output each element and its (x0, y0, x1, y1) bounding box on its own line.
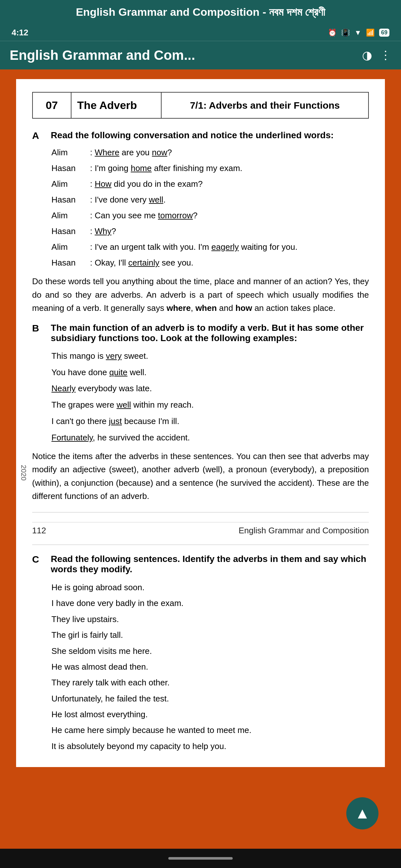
speaker-hasan-2: Hasan (52, 193, 90, 206)
fab-scroll-up[interactable]: ▲ (346, 797, 378, 830)
list-item: They rarely talk with each other. (52, 675, 369, 690)
list-item: I have done very badly in the exam. (52, 595, 369, 611)
page-number: 112 (32, 526, 46, 535)
list-item: The girl is fairly tall. (52, 627, 369, 643)
section-c-instruction: Read the following sentences. Identify t… (51, 554, 369, 575)
section-c-list: He is going abroad soon. I have done ver… (52, 580, 369, 754)
chapter-header-table: 07 The Adverb 7/1: Adverbs and their Fun… (32, 92, 369, 119)
footer-book-name: English Grammar and Composition (239, 526, 369, 535)
signal-icon: 📶 (366, 29, 375, 37)
dialogue-hasan-3: : Why? (90, 225, 369, 238)
dialogue-hasan-1: : I'm going home after finishing my exam… (90, 162, 369, 175)
speaker-alim-3: Alim (52, 209, 90, 222)
year-watermark: 2020 (19, 465, 28, 480)
dialogue-alim-1: : Where are you now? (90, 146, 369, 159)
dialogue-alim-4: : I've an urgent talk with you. I'm eage… (90, 241, 369, 253)
dialogue-hasan-2: : I've done very well. (90, 193, 369, 206)
list-item: It is absolutely beyond my capacity to h… (52, 739, 369, 754)
list-item: He came here simply because he wanted to… (52, 722, 369, 738)
section-a-instruction: Read the following conversation and noti… (51, 130, 334, 141)
speaker-hasan-3: Hasan (52, 225, 90, 238)
list-item: He lost almost everything. (52, 707, 369, 722)
example-line: You have done quite well. (52, 365, 369, 380)
divider-bottom (32, 545, 369, 545)
list-item: He is going abroad soon. (52, 580, 369, 595)
status-icons: ⏰ 📳 ▼ 📶 69 (328, 29, 390, 37)
speaker-alim-2: Alim (52, 178, 90, 190)
dialogue-block: Alim : Where are you now? Hasan : I'm go… (52, 146, 369, 269)
speaker-alim-1: Alim (52, 146, 90, 159)
chapter-name: The Adverb (71, 92, 161, 118)
section-c-letter: C (32, 554, 45, 565)
section-b-letter: B (32, 323, 45, 334)
section-a-paragraph: Do these words tell you anything about t… (32, 275, 369, 315)
toolbar: English Grammar and Com... ◑ ⋮ (0, 41, 401, 69)
section-b-instruction: The main function of an adverb is to mod… (51, 323, 369, 343)
fab-up-icon: ▲ (355, 806, 370, 821)
section-b-header: B The main function of an adverb is to m… (32, 323, 369, 343)
dialogue-alim-2: : How did you do in the exam? (90, 178, 369, 190)
battery-indicator: 69 (379, 29, 390, 37)
list-item: Unfortunately, he failed the test. (52, 691, 369, 707)
example-line: This mango is very sweet. (52, 348, 369, 364)
speaker-alim-4: Alim (52, 241, 90, 253)
chapter-number: 07 (32, 92, 71, 118)
list-item: He was almost dead then. (52, 659, 369, 675)
dialogue-row: Alim : Can you see me tomorrow? (52, 209, 369, 222)
section-c-header: C Read the following sentences. Identify… (32, 554, 369, 575)
example-line: Fortunately, he survived the accident. (52, 430, 369, 445)
section-a-header: A Read the following conversation and no… (32, 130, 369, 141)
app-title: English Grammar and Composition - নবম দশ… (76, 6, 325, 18)
bottom-nav-indicator (168, 857, 233, 860)
list-item: They live upstairs. (52, 612, 369, 627)
section-a-letter: A (32, 130, 45, 141)
more-options-icon[interactable]: ⋮ (380, 49, 391, 62)
dialogue-row: Hasan : I've done very well. (52, 193, 369, 206)
dialogue-row: Hasan : I'm going home after finishing m… (52, 162, 369, 175)
toolbar-actions: ◑ ⋮ (362, 49, 391, 62)
alarm-icon: ⏰ (328, 29, 337, 37)
status-bar: 4:12 ⏰ 📳 ▼ 📶 69 (0, 25, 401, 41)
wifi-icon: ▼ (354, 29, 362, 37)
divider (32, 512, 369, 513)
vibrate-icon: 📳 (341, 29, 350, 37)
dialogue-row: Alim : How did you do in the exam? (52, 178, 369, 190)
section-b-examples: This mango is very sweet. You have done … (52, 348, 369, 445)
dialogue-row: Hasan : Okay, I'll certainly see you. (52, 256, 369, 269)
dialogue-row: Alim : I've an urgent talk with you. I'm… (52, 241, 369, 253)
section-b-paragraph: Notice the items after the adverbs in th… (32, 450, 369, 503)
example-line: The grapes were well within my reach. (52, 397, 369, 412)
page-footer: 112 English Grammar and Composition (32, 522, 369, 535)
dialogue-alim-3: : Can you see me tomorrow? (90, 209, 369, 222)
status-time: 4:12 (11, 28, 28, 38)
toolbar-title: English Grammar and Com... (10, 48, 195, 63)
brightness-icon[interactable]: ◑ (362, 49, 372, 62)
example-line: Nearly everybody was late. (52, 381, 369, 396)
example-line: I can't go there just because I'm ill. (52, 414, 369, 429)
speaker-hasan-4: Hasan (52, 256, 90, 269)
list-item: She seldom visits me here. (52, 643, 369, 659)
bottom-nav-bar (0, 849, 401, 868)
main-content: 07 The Adverb 7/1: Adverbs and their Fun… (16, 79, 385, 767)
chapter-section: 7/1: Adverbs and their Functions (161, 92, 369, 118)
app-title-bar: English Grammar and Composition - নবম দশ… (0, 0, 401, 25)
dialogue-row: Alim : Where are you now? (52, 146, 369, 159)
dialogue-hasan-4: : Okay, I'll certainly see you. (90, 256, 369, 269)
dialogue-row: Hasan : Why? (52, 225, 369, 238)
speaker-hasan-1: Hasan (52, 162, 90, 175)
